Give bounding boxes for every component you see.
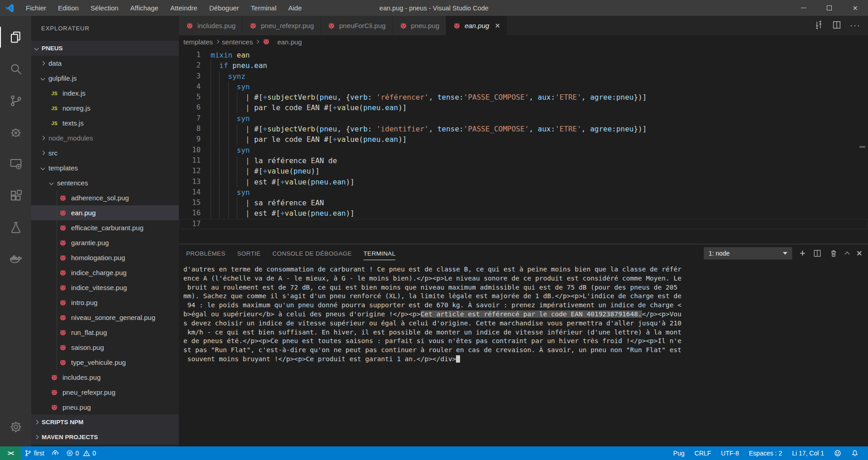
search-icon[interactable] (0, 53, 31, 85)
tree-item[interactable]: homologation.pug (31, 250, 179, 265)
close-tab-icon[interactable]: ✕ (494, 22, 500, 30)
status-li-17-col-1[interactable]: Li 17, Col 1 (787, 450, 829, 457)
settings-gear-icon[interactable] (0, 411, 31, 443)
menu-fichier[interactable]: Fichier (20, 0, 52, 16)
breadcrumb-item[interactable]: sentences (222, 38, 253, 46)
split-editor-icon[interactable] (832, 20, 842, 32)
split-terminal-icon[interactable] (813, 249, 822, 258)
debug-icon[interactable] (0, 116, 31, 148)
status-utf-8[interactable]: UTF-8 (716, 450, 744, 457)
editor-tab[interactable]: pneu.pug (393, 16, 446, 35)
explorer-icon[interactable] (0, 21, 31, 53)
problems-indicator[interactable]: 0 0 (62, 446, 100, 460)
terminal-select[interactable]: 1: node (704, 247, 792, 260)
terminal-output[interactable]: d'autres en terme de consommation de car… (179, 262, 868, 446)
notifications-bell-icon[interactable] (846, 450, 863, 457)
indent-guide (228, 124, 237, 134)
pug-file-icon (249, 22, 257, 29)
menu-terminal[interactable]: Terminal (245, 0, 283, 16)
tree-item[interactable]: run_flat.pug (31, 325, 179, 340)
maximize-button[interactable] (816, 0, 842, 16)
tree-item[interactable]: intro.pug (31, 295, 179, 310)
line-number: 7 (179, 113, 201, 124)
editor-tab[interactable]: pneuForCli.pug (321, 16, 393, 35)
panel-tab-sortie[interactable]: SORTIE (237, 244, 261, 262)
tree-item[interactable]: sentences (31, 175, 179, 190)
tree-item[interactable]: gulpfile.js (31, 71, 179, 86)
tree-item[interactable]: templates (31, 160, 179, 175)
git-branch-indicator[interactable]: first (21, 446, 48, 460)
tree-item-label: nonreg.js (62, 104, 91, 112)
more-actions-icon[interactable]: ··· (850, 21, 861, 30)
remote-indicator[interactable]: >< (0, 446, 21, 460)
tree-item[interactable]: indice_vitesse.pug (31, 280, 179, 295)
status-crlf[interactable]: CRLF (690, 450, 716, 457)
tree-item[interactable]: pneu_refexpr.pug (31, 385, 179, 400)
menu-sélection[interactable]: Sélection (85, 0, 125, 16)
close-button[interactable]: ✕ (842, 0, 868, 16)
tree-item[interactable]: adherence_sol.pug (31, 190, 179, 205)
tree-item-label: includes.pug (62, 373, 101, 381)
breadcrumb[interactable]: templatessentencesean.pug (179, 35, 868, 48)
tree-item-label: indice_charge.pug (71, 269, 127, 276)
test-explorer-icon[interactable] (0, 212, 31, 243)
pug-file-icon (51, 404, 58, 411)
tree-item[interactable]: indice_charge.pug (31, 265, 179, 280)
tree-item[interactable]: garantie.pug (31, 235, 179, 250)
editor-tab[interactable]: pneu_refexpr.pug (242, 16, 321, 35)
remote-explorer-icon[interactable] (0, 148, 31, 180)
editor-tab[interactable]: ean.pug✕ (446, 16, 507, 35)
tree-item[interactable]: node_modules (31, 131, 179, 145)
feedback-smiley-icon[interactable] (829, 450, 846, 457)
section-scripts-npm[interactable]: SCRIPTS NPM (31, 415, 179, 430)
tree-item[interactable]: src (31, 145, 179, 160)
tree-item[interactable]: type_vehicule.pug (31, 355, 179, 370)
panel-tab-console-de-débogage[interactable]: CONSOLE DE DÉBOGAGE (273, 244, 352, 262)
explorer-sidebar: EXPLORATEUR PNEUS datagulpfile.jsJSindex… (31, 16, 179, 446)
indent-guide (219, 208, 228, 218)
indent-guide (211, 145, 219, 155)
tree-item[interactable]: data (31, 56, 179, 71)
tree-item[interactable]: JStexts.js (31, 116, 179, 131)
section-maven-projects[interactable]: MAVEN PROJECTS (31, 430, 179, 445)
maximize-panel-icon[interactable] (845, 251, 849, 256)
status-espaces-2[interactable]: Espaces : 2 (744, 450, 787, 457)
menu-edition[interactable]: Edition (52, 0, 85, 16)
tree-item[interactable]: includes.pug (31, 370, 179, 385)
terminal-line: d'autres en terme de consommation de car… (183, 265, 864, 274)
menu-déboguer[interactable]: Déboguer (203, 0, 245, 16)
line-number: 9 (179, 134, 201, 145)
open-changes-icon[interactable] (814, 20, 824, 32)
indent-guide (57, 190, 57, 205)
sync-changes-button[interactable] (48, 446, 62, 460)
minimize-button[interactable] (791, 0, 816, 16)
panel-tab-terminal[interactable]: TERMINAL (364, 244, 396, 262)
editor-tab[interactable]: includes.pug (179, 16, 242, 35)
line-number: 10 (179, 145, 201, 155)
docker-icon[interactable] (0, 243, 31, 275)
source-control-icon[interactable] (0, 85, 31, 116)
tree-item[interactable]: JSnonreg.js (31, 101, 179, 116)
kill-terminal-icon[interactable] (829, 249, 838, 258)
tree-item[interactable]: efficacite_carburant.pug (31, 220, 179, 235)
pug-file-icon (58, 283, 67, 292)
menu-aide[interactable]: Aide (283, 0, 308, 16)
extensions-icon[interactable] (0, 180, 31, 212)
code-editor[interactable]: 1mixin ean2if pneu.ean3synz4syn5| #[+sub… (179, 48, 868, 244)
menu-atteindre[interactable]: Atteindre (164, 0, 203, 16)
panel-tab-problèmes[interactable]: PROBLÈMES (186, 244, 225, 262)
breadcrumb-item[interactable]: templates (183, 38, 213, 46)
close-panel-icon[interactable]: ✕ (856, 249, 863, 258)
indent-guide (57, 310, 57, 325)
menu-affichage[interactable]: Affichage (125, 0, 164, 16)
tree-item[interactable]: saison.pug (31, 340, 179, 355)
tree-item[interactable]: niveau_sonore_general.pug (31, 310, 179, 325)
workspace-section-header[interactable]: PNEUS (31, 41, 179, 56)
pug-file-icon (50, 403, 59, 412)
status-pug[interactable]: Pug (668, 450, 690, 457)
tree-item[interactable]: ean.pug (31, 205, 179, 220)
new-terminal-icon[interactable]: + (800, 248, 806, 258)
breadcrumb-item[interactable]: ean.pug (262, 37, 302, 46)
tree-item[interactable]: pneu.pug (31, 400, 179, 415)
tree-item[interactable]: JSindex.js (31, 86, 179, 101)
